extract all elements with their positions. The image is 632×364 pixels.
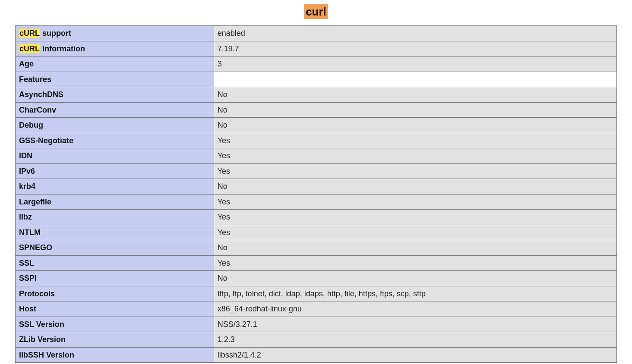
highlighted-keyword: cURL	[19, 44, 40, 53]
row-label: Debug	[16, 118, 214, 133]
row-value: Yes	[214, 225, 616, 240]
row-label-text: SSPI	[19, 274, 37, 282]
row-label-text: GSS-Negotiate	[19, 136, 73, 145]
table-row: LargefileYes	[16, 194, 617, 210]
row-label: libz	[16, 210, 214, 225]
row-label-text: IDN	[19, 151, 32, 160]
row-label: NTLM	[16, 225, 214, 240]
row-value: No	[214, 87, 616, 103]
table-row: SSLYes	[16, 255, 617, 271]
row-label-text: SSL Version	[19, 320, 64, 329]
row-label-text: SSL	[19, 259, 34, 267]
row-label-text: Protocols	[19, 289, 55, 298]
table-row: Age3	[16, 56, 617, 72]
row-label: Features	[16, 72, 214, 87]
row-label-text: Largefile	[19, 198, 51, 206]
row-label-text: SPNEGO	[19, 243, 52, 252]
table-row: NTLMYes	[16, 225, 617, 240]
row-label-text: Debug	[19, 121, 43, 129]
table-row: Features	[16, 72, 617, 87]
row-value: Yes	[214, 194, 616, 210]
row-label: Largefile	[16, 194, 214, 210]
row-label-rest: support	[40, 29, 71, 38]
table-row: IPv6Yes	[16, 163, 617, 179]
row-label: SPNEGO	[16, 240, 214, 256]
row-label-text: Host	[19, 304, 36, 313]
table-row: ZLib Version1.2.3	[16, 332, 617, 348]
row-label: SSPI	[16, 271, 214, 286]
row-label: IDN	[16, 148, 214, 164]
row-label: CharConv	[16, 102, 214, 118]
row-label: cURL Information	[16, 41, 214, 56]
table-row: CharConvNo	[16, 102, 617, 118]
row-label-text: CharConv	[19, 106, 56, 114]
row-label: AsynchDNS	[16, 87, 214, 103]
row-label: SSL	[16, 255, 214, 271]
row-value: Yes	[214, 133, 616, 148]
row-label-text: Features	[19, 75, 51, 84]
row-label: ZLib Version	[16, 332, 214, 348]
row-label-text: krb4	[19, 182, 35, 191]
row-label-text: libz	[19, 213, 32, 221]
row-value: No	[214, 271, 616, 286]
row-label-rest: Information	[40, 44, 85, 53]
row-label: GSS-Negotiate	[16, 133, 214, 148]
table-row: GSS-NegotiateYes	[16, 133, 617, 148]
table-row: AsynchDNSNo	[16, 87, 617, 103]
row-value: No	[214, 240, 616, 256]
section-title-highlight: curl	[304, 4, 328, 19]
section-title: curl	[0, 5, 632, 19]
row-label: libSSH Version	[16, 347, 214, 363]
row-label: SSL Version	[16, 317, 214, 332]
table-row: libzYes	[16, 210, 617, 225]
table-row: Protocolstftp, ftp, telnet, dict, ldap, …	[16, 286, 617, 301]
row-value: No	[214, 102, 616, 118]
table-row: Hostx86_64-redhat-linux-gnu	[16, 301, 617, 317]
row-value: libssh2/1.4.2	[214, 347, 616, 363]
row-value: No	[214, 179, 616, 195]
row-value: enabled	[214, 26, 616, 41]
row-value: 1.2.3	[214, 332, 616, 348]
row-label: Protocols	[16, 286, 214, 301]
table-row: IDNYes	[16, 148, 617, 164]
row-label: Host	[16, 301, 214, 317]
table-row: SPNEGONo	[16, 240, 617, 256]
row-value: NSS/3.27.1	[214, 317, 616, 332]
row-label: Age	[16, 56, 214, 72]
table-row: cURL Information7.19.7	[16, 41, 617, 56]
row-value: Yes	[214, 163, 616, 179]
row-value: Yes	[214, 210, 616, 225]
row-value: No	[214, 118, 616, 133]
row-label-text: libSSH Version	[19, 351, 74, 359]
table-row: SSPINo	[16, 271, 617, 286]
row-value: 7.19.7	[214, 41, 616, 56]
row-value	[214, 72, 616, 87]
row-value: Yes	[214, 255, 616, 271]
row-value: 3	[214, 56, 616, 72]
row-value: x86_64-redhat-linux-gnu	[214, 301, 616, 317]
row-label-text: Age	[19, 60, 34, 68]
row-label-text: AsynchDNS	[19, 90, 63, 99]
table-row: SSL VersionNSS/3.27.1	[16, 317, 617, 332]
row-label-text: NTLM	[19, 228, 41, 237]
table-row: cURL supportenabled	[16, 26, 617, 41]
row-value: tftp, ftp, telnet, dict, ldap, ldaps, ht…	[214, 286, 616, 301]
table-row: krb4No	[16, 179, 617, 195]
row-label-text: ZLib Version	[19, 335, 66, 344]
row-label: krb4	[16, 179, 214, 195]
row-label: IPv6	[16, 163, 214, 179]
highlighted-keyword: cURL	[19, 29, 40, 38]
row-label-text: IPv6	[19, 167, 35, 176]
curl-info-table: cURL supportenabledcURL Information7.19.…	[15, 25, 617, 363]
row-value: Yes	[214, 148, 616, 164]
table-row: DebugNo	[16, 118, 617, 133]
row-label: cURL support	[16, 26, 214, 41]
table-row: libSSH Versionlibssh2/1.4.2	[16, 347, 617, 363]
